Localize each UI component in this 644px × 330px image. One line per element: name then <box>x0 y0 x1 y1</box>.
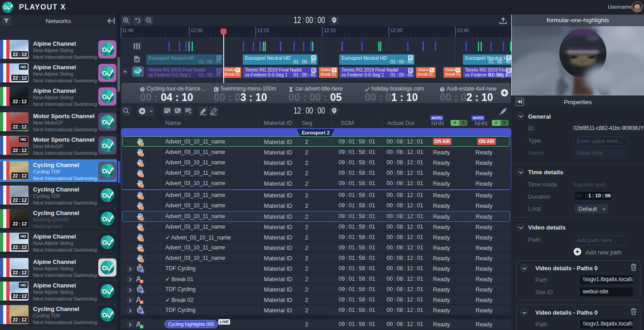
svg-text:S: S <box>140 325 143 329</box>
svg-text:C: C <box>141 153 143 157</box>
svg-text:G: G <box>102 118 107 126</box>
svg-text:G: G <box>102 215 107 223</box>
svg-text:P: P <box>141 311 144 315</box>
svg-text:G: G <box>135 69 138 74</box>
svg-text:C: C <box>141 249 143 252</box>
svg-text:B: B <box>176 109 178 112</box>
svg-text:G: G <box>102 264 107 272</box>
svg-text:C: C <box>141 259 143 263</box>
svg-text:C: C <box>141 196 143 200</box>
svg-text:?: ? <box>141 87 144 91</box>
svg-text:G: G <box>102 69 107 77</box>
svg-text:G: G <box>102 287 107 295</box>
svg-text:B: B <box>140 300 143 304</box>
svg-text:C: C <box>141 228 143 231</box>
svg-text:C: C <box>141 217 143 221</box>
svg-text:G: G <box>102 239 107 246</box>
svg-text:G: G <box>3 5 8 11</box>
svg-text:P: P <box>141 269 144 273</box>
svg-text:C: C <box>141 174 143 177</box>
svg-text:C: C <box>141 163 143 167</box>
svg-text:G: G <box>102 93 107 100</box>
svg-text:C: C <box>141 238 143 242</box>
svg-text:G: G <box>102 311 107 319</box>
svg-text:P: P <box>141 290 144 294</box>
svg-text:C: C <box>141 143 143 146</box>
svg-text:C: C <box>141 184 143 188</box>
svg-text:G: G <box>102 46 107 53</box>
svg-text:G: G <box>102 167 107 175</box>
svg-text:G: G <box>102 142 107 149</box>
svg-text:G: G <box>102 191 107 199</box>
svg-text:B: B <box>140 279 143 283</box>
svg-text:C: C <box>141 206 143 210</box>
